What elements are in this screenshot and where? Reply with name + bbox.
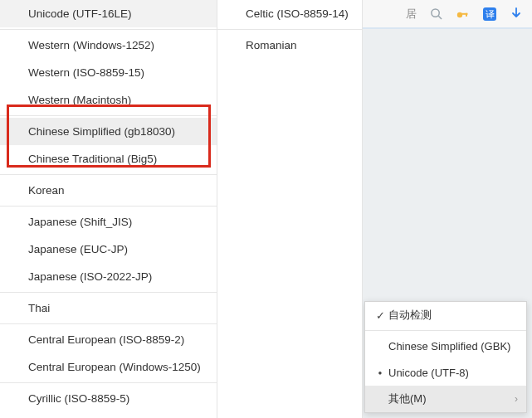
svg-point-2 bbox=[457, 12, 462, 17]
context-menu-label: 其他(M) bbox=[388, 391, 515, 406]
menu-separator bbox=[217, 29, 362, 30]
encoding-option[interactable]: Korean bbox=[0, 177, 217, 204]
context-menu-item[interactable]: ●Unicode (UTF-8) bbox=[365, 359, 526, 386]
download-icon[interactable] bbox=[510, 7, 522, 21]
encoding-option[interactable]: Central European (Windows-1250) bbox=[0, 353, 217, 381]
key-icon[interactable] bbox=[456, 7, 469, 21]
toolbar-hint: 居 bbox=[406, 7, 417, 22]
encoding-option[interactable]: Central European (ISO-8859-2) bbox=[0, 326, 217, 353]
encoding-list-column-1: Unicode (UTF-16LE)Western (Windows-1252)… bbox=[0, 0, 217, 418]
menu-separator bbox=[0, 174, 217, 175]
menu-separator bbox=[0, 29, 217, 30]
menu-separator bbox=[365, 330, 526, 331]
svg-line-1 bbox=[438, 16, 442, 19]
svg-text:译: 译 bbox=[486, 9, 495, 19]
encoding-context-menu: ✓自动检测Chinese Simplified (GBK)●Unicode (U… bbox=[364, 301, 527, 413]
search-icon[interactable] bbox=[430, 7, 442, 20]
menu-separator bbox=[0, 323, 217, 324]
encoding-option[interactable]: Unicode (UTF-16LE) bbox=[0, 0, 217, 27]
encoding-option[interactable]: Western (Windows-1252) bbox=[0, 32, 217, 59]
context-menu-item[interactable]: ✓自动检测 bbox=[365, 302, 526, 328]
encoding-option[interactable]: Romanian bbox=[217, 32, 362, 59]
browser-toolbar: 居 译 bbox=[363, 0, 532, 28]
context-menu-label: Unicode (UTF-8) bbox=[388, 367, 518, 379]
check-icon: ✓ bbox=[372, 309, 388, 322]
svg-point-0 bbox=[432, 9, 439, 17]
encoding-list-column-2: Celtic (ISO-8859-14)Romanian bbox=[217, 0, 363, 418]
menu-separator bbox=[0, 292, 217, 293]
menu-separator bbox=[0, 115, 217, 116]
encoding-option[interactable]: Japanese (ISO-2022-JP) bbox=[0, 263, 217, 290]
context-menu-item[interactable]: 其他(M)› bbox=[365, 386, 526, 412]
bullet-icon: ● bbox=[372, 369, 388, 377]
encoding-option[interactable]: Celtic (ISO-8859-14) bbox=[217, 0, 362, 27]
menu-separator bbox=[0, 382, 217, 383]
encoding-option[interactable]: Cyrillic (Windows-1251) bbox=[0, 412, 217, 418]
encoding-option[interactable]: Chinese Simplified (gb18030) bbox=[0, 118, 217, 145]
encoding-option[interactable]: Cyrillic (ISO-8859-5) bbox=[0, 385, 217, 412]
translate-icon[interactable]: 译 bbox=[482, 7, 497, 22]
menu-separator bbox=[0, 206, 217, 207]
context-menu-item[interactable]: Chinese Simplified (GBK) bbox=[365, 333, 526, 359]
encoding-option[interactable]: Chinese Traditional (Big5) bbox=[0, 145, 217, 173]
encoding-option[interactable]: Japanese (Shift_JIS) bbox=[0, 208, 217, 236]
context-menu-label: 自动检测 bbox=[388, 308, 518, 323]
encoding-option[interactable]: Western (ISO-8859-15) bbox=[0, 59, 217, 86]
context-menu-label: Chinese Simplified (GBK) bbox=[388, 340, 518, 352]
main-pane: 居 译 ✓自动检测Chinese Simplified (GBK)●Unicod… bbox=[363, 0, 532, 418]
encoding-option[interactable]: Western (Macintosh) bbox=[0, 86, 217, 114]
chevron-right-icon: › bbox=[515, 393, 518, 405]
encoding-option[interactable]: Japanese (EUC-JP) bbox=[0, 236, 217, 263]
svg-rect-4 bbox=[466, 12, 467, 16]
encoding-option[interactable]: Thai bbox=[0, 294, 217, 322]
